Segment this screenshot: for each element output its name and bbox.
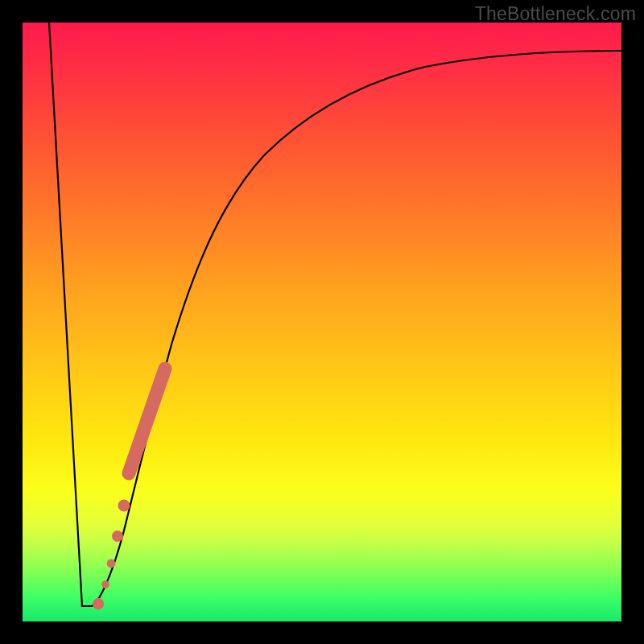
marker-dot — [93, 598, 104, 609]
marker-dot — [107, 559, 116, 568]
curve-layer — [23, 23, 621, 621]
plot-area — [23, 23, 621, 621]
chart-frame: TheBottleneck.com — [0, 0, 644, 644]
marker-dot — [101, 580, 109, 588]
marker-dot — [112, 530, 123, 542]
bottleneck-curve — [49, 23, 621, 606]
marker-segment — [129, 369, 165, 473]
watermark-text: TheBottleneck.com — [475, 3, 636, 25]
marker-dot — [118, 500, 130, 512]
